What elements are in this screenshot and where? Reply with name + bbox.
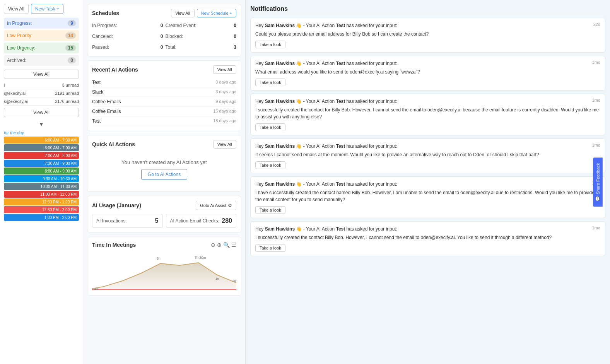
inbox-row[interactable]: @execify.ai2191 unread (4, 89, 79, 97)
view-all-button-2[interactable]: View All (4, 70, 79, 79)
take-look-button[interactable]: Take a look (255, 79, 285, 86)
notif-body: It seems I cannot send emails at the mom… (255, 151, 600, 158)
search-icon[interactable]: 🔍 (223, 242, 230, 248)
notification-card: Hey Sam Hawkins 👋 - Your AI Action Test … (250, 221, 605, 256)
notif-action-name: Test (336, 144, 345, 149)
quick-ai-title: Quick AI Actions (92, 141, 135, 147)
status-label: Low Priority: (7, 33, 32, 38)
ai-action-row[interactable]: Coffee Emails9 days ago (92, 97, 236, 107)
ai-action-row[interactable]: Coffee Emails15 days ago (92, 107, 236, 116)
email-checks-value: 280 (222, 217, 232, 224)
inbox-email: @execify.ai (4, 91, 26, 96)
new-schedule-button[interactable]: New Schedule + (197, 9, 236, 17)
gear-icon: ⚙ (228, 203, 232, 208)
schedules-title: Schedules (92, 10, 119, 16)
usage-grid: AI Invocations: 5 AI Action Email Checks… (92, 214, 236, 228)
stat-value: 0 (161, 23, 163, 28)
ai-action-time: 15 days ago (213, 109, 236, 114)
dropdown-button[interactable]: ▼ (4, 121, 79, 127)
take-look-button[interactable]: Take a look (255, 123, 285, 131)
notif-header: Hey Sam Hawkins 👋 - Your AI Action Test … (255, 22, 600, 29)
view-all-button-3[interactable]: View All (4, 108, 79, 117)
new-task-button[interactable]: New Task + (31, 4, 63, 14)
time-meetings-card: Time In Meetings ⊖ ⊕ 🔍 ☰ (87, 237, 241, 296)
notif-action-name: Test (336, 181, 345, 187)
notif-text: Hey Sam Hawkins 👋 - Your AI Action Test … (255, 98, 397, 105)
ai-action-time: 9 days ago (215, 99, 236, 104)
ai-action-time: 3 days ago (215, 80, 236, 85)
take-look-button[interactable]: Take a look (255, 244, 285, 252)
schedule-stat-item: In Progress:0 (92, 21, 163, 30)
middle-panel: Schedules View All New Schedule + In Pro… (83, 0, 246, 364)
status-list: In Progress:9Low Priority:14Low Urgency:… (4, 18, 79, 67)
email-checks-label: AI Action Email Checks: (170, 218, 219, 224)
notif-text: Hey Sam Hawkins 👋 - Your AI Action Test … (255, 60, 397, 67)
stat-value: 0 (234, 34, 236, 39)
menu-icon[interactable]: ☰ (231, 242, 236, 248)
stat-label: Blocked: (166, 34, 183, 39)
notification-card: Hey Sam Hawkins 👋 - Your AI Action Test … (250, 176, 605, 218)
inbox-email: i (4, 83, 5, 87)
notif-body: I have successfully created the contact … (255, 189, 600, 203)
ai-action-time: 18 days ago (213, 118, 236, 124)
time-slot-item: 1:00 PM - 2:00 PM (4, 214, 79, 221)
quick-ai-view-all-button[interactable]: View All (213, 140, 236, 149)
notif-time: 22d (593, 22, 600, 27)
ai-action-row[interactable]: Test18 days ago (92, 116, 236, 126)
left-panel: View All New Task + In Progress:9Low Pri… (0, 0, 83, 364)
status-count: 0 (68, 57, 76, 63)
notif-body: What email address would you like to sen… (255, 68, 600, 75)
inbox-row[interactable]: i3 unread (4, 81, 79, 89)
goto-assist-label: Goto Ai Assist (200, 203, 226, 208)
take-look-button[interactable]: Take a look (255, 161, 285, 169)
schedules-view-all-button[interactable]: View All (171, 9, 194, 17)
notif-header: Hey Sam Hawkins 👋 - Your AI Action Test … (255, 143, 600, 150)
zoom-in-icon[interactable]: ⊕ (217, 242, 222, 248)
schedule-stat-item: Total:3 (166, 43, 237, 51)
inbox-list: i3 unread@execify.ai2191 unreads@execify… (4, 81, 79, 106)
notif-action-name: Test (336, 61, 345, 66)
take-look-button[interactable]: Take a look (255, 206, 285, 214)
ai-action-name: Test (92, 118, 101, 124)
view-all-tasks-button[interactable]: View All (4, 4, 29, 14)
email-checks-box: AI Action Email Checks: 280 (166, 214, 237, 228)
stat-label: Total: (166, 44, 177, 50)
notif-header: Hey Sam Hawkins 👋 - Your AI Action Test … (255, 181, 600, 188)
status-row-low-priority[interactable]: Low Priority:14 (4, 30, 79, 41)
right-panel: Notifications Hey Sam Hawkins 👋 - Your A… (246, 0, 610, 364)
inbox-email: s@execify.ai (4, 99, 28, 104)
quick-ai-empty-state: You haven't created any AI Actions yet G… (92, 152, 236, 187)
recent-ai-view-all-button[interactable]: View All (213, 65, 236, 74)
share-feedback-button[interactable]: 💬 Share Feedback (593, 157, 603, 207)
stat-value: 0 (234, 23, 236, 28)
ai-action-row[interactable]: Test3 days ago (92, 78, 236, 87)
status-row-in-progress[interactable]: In Progress:9 (4, 18, 79, 29)
ai-action-name: Slack (92, 89, 103, 95)
invocations-value: 5 (155, 217, 159, 224)
stat-value: 3 (234, 44, 236, 50)
time-slot-item: 8:00 AM - 9:00 AM (4, 167, 79, 174)
status-label: Low Urgency: (7, 45, 35, 51)
zoom-out-icon[interactable]: ⊖ (211, 242, 215, 248)
status-row-low-urgency[interactable]: Low Urgency:15 (4, 43, 79, 53)
status-row-archived[interactable]: Archived:0 (4, 55, 79, 66)
notifications-list: Hey Sam Hawkins 👋 - Your AI Action Test … (250, 18, 605, 256)
stat-label: Canceled: (92, 34, 113, 39)
goto-assist-button[interactable]: Goto Ai Assist ⚙ (196, 201, 236, 210)
task-buttons: View All New Task + (4, 4, 79, 14)
notifications-title: Notifications (250, 4, 605, 14)
time-slots-list: 6:00 AM - 7:30 AM6:00 AM - 7:00 AM7:00 A… (4, 137, 79, 222)
notif-header: Hey Sam Hawkins 👋 - Your AI Action Test … (255, 226, 600, 232)
go-to-ai-actions-button[interactable]: Go to AI Actions (141, 169, 187, 180)
empty-text: You haven't created any AI Actions yet (96, 159, 232, 165)
ai-action-row[interactable]: Slack3 days ago (92, 87, 236, 97)
feedback-icon: 💬 (595, 196, 600, 201)
inbox-row[interactable]: s@execify.ai2176 unread (4, 97, 79, 106)
take-look-button[interactable]: Take a look (255, 41, 285, 48)
svg-text:1h: 1h (215, 277, 219, 280)
ai-usage-title: AI Usage (January) (92, 202, 141, 208)
stat-label: Paused: (92, 44, 109, 50)
status-count: 9 (68, 20, 76, 26)
notif-text: Hey Sam Hawkins 👋 - Your AI Action Test … (255, 181, 397, 188)
schedule-stat-item: Canceled:0 (92, 32, 163, 41)
